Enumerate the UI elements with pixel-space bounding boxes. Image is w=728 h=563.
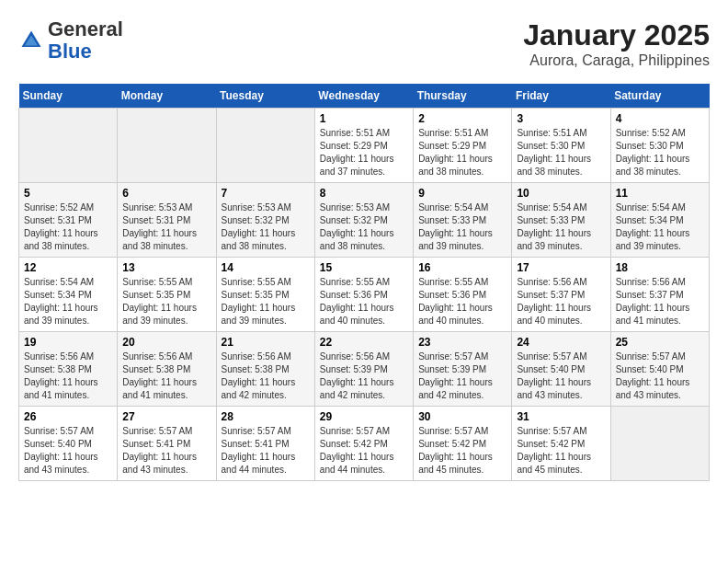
day-info: Sunrise: 5:54 AM Sunset: 5:34 PM Dayligh…: [616, 201, 704, 253]
calendar-cell: 14Sunrise: 5:55 AM Sunset: 5:35 PM Dayli…: [216, 258, 314, 332]
day-number: 12: [24, 261, 112, 274]
day-number: 1: [320, 112, 408, 125]
day-number: 22: [320, 336, 408, 349]
calendar-cell: [216, 109, 314, 183]
day-info: Sunrise: 5:52 AM Sunset: 5:30 PM Dayligh…: [616, 127, 704, 178]
day-number: 17: [517, 261, 605, 274]
calendar-title: January 2025: [523, 18, 710, 52]
logo-blue: Blue: [48, 40, 92, 63]
day-info: Sunrise: 5:56 AM Sunset: 5:39 PM Dayligh…: [320, 350, 408, 402]
calendar-week-row: 5Sunrise: 5:52 AM Sunset: 5:31 PM Daylig…: [19, 183, 710, 258]
day-info: Sunrise: 5:54 AM Sunset: 5:33 PM Dayligh…: [517, 201, 605, 253]
logo: General Blue: [18, 18, 123, 63]
day-number: 4: [616, 112, 704, 125]
weekday-header: Tuesday: [216, 84, 314, 109]
day-info: Sunrise: 5:57 AM Sunset: 5:40 PM Dayligh…: [616, 350, 704, 402]
calendar-week-row: 19Sunrise: 5:56 AM Sunset: 5:38 PM Dayli…: [19, 332, 710, 407]
calendar-cell: 25Sunrise: 5:57 AM Sunset: 5:40 PM Dayli…: [610, 332, 709, 407]
calendar-week-row: 1Sunrise: 5:51 AM Sunset: 5:29 PM Daylig…: [19, 109, 710, 183]
day-number: 28: [222, 410, 310, 423]
day-info: Sunrise: 5:57 AM Sunset: 5:42 PM Dayligh…: [517, 425, 605, 477]
calendar-cell: 28Sunrise: 5:57 AM Sunset: 5:41 PM Dayli…: [216, 407, 314, 481]
day-number: 16: [418, 261, 506, 274]
calendar-cell: 5Sunrise: 5:52 AM Sunset: 5:31 PM Daylig…: [19, 183, 118, 258]
calendar-cell: 16Sunrise: 5:55 AM Sunset: 5:36 PM Dayli…: [414, 258, 512, 332]
day-info: Sunrise: 5:55 AM Sunset: 5:35 PM Dayligh…: [222, 276, 310, 327]
day-info: Sunrise: 5:57 AM Sunset: 5:41 PM Dayligh…: [122, 425, 210, 477]
day-number: 5: [24, 187, 112, 200]
day-info: Sunrise: 5:56 AM Sunset: 5:38 PM Dayligh…: [24, 350, 112, 402]
logo-text: General Blue: [48, 18, 123, 63]
logo-icon: [18, 28, 44, 53]
day-number: 25: [616, 336, 704, 349]
day-number: 8: [320, 187, 408, 200]
calendar-cell: 12Sunrise: 5:54 AM Sunset: 5:34 PM Dayli…: [19, 258, 118, 332]
calendar-cell: 30Sunrise: 5:57 AM Sunset: 5:42 PM Dayli…: [414, 407, 512, 481]
weekday-header: Friday: [512, 84, 610, 109]
day-info: Sunrise: 5:57 AM Sunset: 5:41 PM Dayligh…: [222, 425, 310, 477]
day-info: Sunrise: 5:57 AM Sunset: 5:42 PM Dayligh…: [320, 425, 408, 477]
weekday-header: Wednesday: [314, 84, 413, 109]
day-info: Sunrise: 5:52 AM Sunset: 5:31 PM Dayligh…: [24, 201, 112, 253]
calendar-body: 1Sunrise: 5:51 AM Sunset: 5:29 PM Daylig…: [19, 109, 710, 481]
calendar-cell: 23Sunrise: 5:57 AM Sunset: 5:39 PM Dayli…: [414, 332, 512, 407]
weekday-header: Thursday: [414, 84, 512, 109]
weekday-header: Sunday: [19, 84, 118, 109]
calendar-cell: 7Sunrise: 5:53 AM Sunset: 5:32 PM Daylig…: [216, 183, 314, 258]
day-number: 20: [122, 336, 210, 349]
day-number: 2: [418, 112, 506, 125]
calendar-cell: 21Sunrise: 5:56 AM Sunset: 5:38 PM Dayli…: [216, 332, 314, 407]
day-number: 6: [122, 187, 210, 200]
day-info: Sunrise: 5:55 AM Sunset: 5:36 PM Dayligh…: [418, 276, 506, 327]
day-info: Sunrise: 5:55 AM Sunset: 5:35 PM Dayligh…: [122, 276, 210, 327]
calendar-cell: 2Sunrise: 5:51 AM Sunset: 5:29 PM Daylig…: [414, 109, 512, 183]
calendar-cell: 3Sunrise: 5:51 AM Sunset: 5:30 PM Daylig…: [512, 109, 610, 183]
day-info: Sunrise: 5:56 AM Sunset: 5:38 PM Dayligh…: [122, 350, 210, 402]
day-number: 11: [616, 187, 704, 200]
day-number: 19: [24, 336, 112, 349]
day-info: Sunrise: 5:54 AM Sunset: 5:33 PM Dayligh…: [418, 201, 506, 253]
calendar-cell: 6Sunrise: 5:53 AM Sunset: 5:31 PM Daylig…: [118, 183, 216, 258]
day-number: 13: [122, 261, 210, 274]
day-info: Sunrise: 5:51 AM Sunset: 5:30 PM Dayligh…: [517, 127, 605, 178]
calendar-cell: [19, 109, 118, 183]
logo-general: General: [48, 17, 123, 40]
calendar-cell: [118, 109, 216, 183]
calendar-cell: 13Sunrise: 5:55 AM Sunset: 5:35 PM Dayli…: [118, 258, 216, 332]
day-number: 27: [122, 410, 210, 423]
calendar-cell: 26Sunrise: 5:57 AM Sunset: 5:40 PM Dayli…: [19, 407, 118, 481]
day-number: 30: [418, 410, 506, 423]
day-info: Sunrise: 5:56 AM Sunset: 5:37 PM Dayligh…: [517, 276, 605, 327]
calendar-cell: [610, 407, 709, 481]
calendar-cell: 24Sunrise: 5:57 AM Sunset: 5:40 PM Dayli…: [512, 332, 610, 407]
calendar-cell: 18Sunrise: 5:56 AM Sunset: 5:37 PM Dayli…: [610, 258, 709, 332]
day-number: 3: [517, 112, 605, 125]
title-block: January 2025 Aurora, Caraga, Philippines: [523, 18, 710, 69]
calendar-cell: 19Sunrise: 5:56 AM Sunset: 5:38 PM Dayli…: [19, 332, 118, 407]
day-number: 24: [517, 336, 605, 349]
day-info: Sunrise: 5:56 AM Sunset: 5:37 PM Dayligh…: [616, 276, 704, 327]
calendar-cell: 1Sunrise: 5:51 AM Sunset: 5:29 PM Daylig…: [314, 109, 413, 183]
day-info: Sunrise: 5:56 AM Sunset: 5:38 PM Dayligh…: [222, 350, 310, 402]
day-info: Sunrise: 5:51 AM Sunset: 5:29 PM Dayligh…: [320, 127, 408, 178]
day-info: Sunrise: 5:53 AM Sunset: 5:31 PM Dayligh…: [122, 201, 210, 253]
day-info: Sunrise: 5:53 AM Sunset: 5:32 PM Dayligh…: [320, 201, 408, 253]
day-number: 21: [222, 336, 310, 349]
calendar-cell: 15Sunrise: 5:55 AM Sunset: 5:36 PM Dayli…: [314, 258, 413, 332]
calendar-cell: 17Sunrise: 5:56 AM Sunset: 5:37 PM Dayli…: [512, 258, 610, 332]
day-number: 31: [517, 410, 605, 423]
calendar-cell: 22Sunrise: 5:56 AM Sunset: 5:39 PM Dayli…: [314, 332, 413, 407]
day-info: Sunrise: 5:57 AM Sunset: 5:40 PM Dayligh…: [24, 425, 112, 477]
calendar-cell: 11Sunrise: 5:54 AM Sunset: 5:34 PM Dayli…: [610, 183, 709, 258]
day-number: 26: [24, 410, 112, 423]
weekday-row: SundayMondayTuesdayWednesdayThursdayFrid…: [19, 84, 710, 109]
day-info: Sunrise: 5:54 AM Sunset: 5:34 PM Dayligh…: [24, 276, 112, 327]
day-info: Sunrise: 5:57 AM Sunset: 5:40 PM Dayligh…: [517, 350, 605, 402]
weekday-header: Saturday: [610, 84, 709, 109]
day-number: 23: [418, 336, 506, 349]
day-number: 14: [222, 261, 310, 274]
day-info: Sunrise: 5:51 AM Sunset: 5:29 PM Dayligh…: [418, 127, 506, 178]
day-info: Sunrise: 5:57 AM Sunset: 5:42 PM Dayligh…: [418, 425, 506, 477]
calendar-cell: 10Sunrise: 5:54 AM Sunset: 5:33 PM Dayli…: [512, 183, 610, 258]
day-number: 7: [222, 187, 310, 200]
